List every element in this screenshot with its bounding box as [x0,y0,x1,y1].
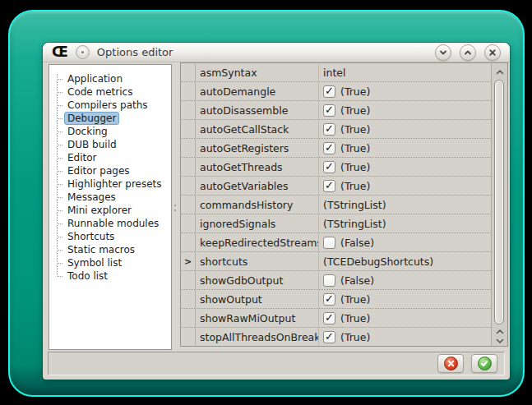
property-name: autoGetRegisters [196,139,319,157]
sidebar-item-label: Symbol list [64,256,125,269]
check-icon: ✓ [325,331,334,342]
sidebar-item-editor-pages[interactable]: Editor pages [49,164,171,177]
property-value[interactable]: ✓ (True) [319,177,491,195]
property-name: showRawMiOutput [196,309,319,327]
property-row-showOutput[interactable]: showOutput ✓ (True) [181,290,491,309]
checkbox[interactable] [323,274,335,287]
minimize-button[interactable] [435,44,451,61]
property-value[interactable]: ✓ (True) [319,82,491,100]
property-value[interactable]: ✓ (True) [319,120,491,138]
app-logo-icon: Œ [52,45,68,59]
property-row-showGdbOutput[interactable]: showGdbOutput (False) [181,271,491,290]
row-selection-marker [181,177,196,195]
property-name: autoDisassemble [196,101,319,119]
property-value-text: (True) [340,180,370,192]
property-row-showRawMiOutput[interactable]: showRawMiOutput ✓ (True) [181,309,491,328]
checkbox[interactable]: ✓ [323,180,335,192]
checkbox[interactable]: ✓ [323,85,335,98]
property-rows: asmSyntax intel autoDemangle ✓ (True) au… [181,63,491,346]
row-selection-marker [181,63,196,81]
checkbox[interactable] [323,237,335,249]
vertical-scrollbar[interactable] [491,63,507,346]
property-grid: asmSyntax intel autoDemangle ✓ (True) au… [180,62,508,347]
property-row-autoDemangle[interactable]: autoDemangle ✓ (True) [181,82,491,101]
sidebar-item-editor[interactable]: Editor [49,151,171,164]
property-row-stopAllThreadsOnBreak[interactable]: stopAllThreadsOnBreak ✓ (True) [181,328,491,346]
property-row-autoGetRegisters[interactable]: autoGetRegisters ✓ (True) [181,139,491,158]
sidebar-item-symbol-list[interactable]: Symbol list [49,256,171,269]
scroll-up-button[interactable] [492,66,507,76]
sidebar-item-application[interactable]: Application [49,72,171,85]
sidebar-item-code-metrics[interactable]: Code metrics [49,85,171,99]
property-row-commandsHistory[interactable]: commandsHistory (TStringList) [181,196,491,214]
checkbox[interactable]: ✓ [323,331,335,343]
property-value[interactable]: (TStringList) [319,214,491,232]
maximize-button[interactable] [460,44,476,61]
property-row-ignoredSignals[interactable]: ignoredSignals (TStringList) [181,214,491,233]
property-value-text: (True) [340,104,370,117]
sidebar-item-label: DUB build [64,138,120,151]
sidebar-item-label: Editor [64,151,100,164]
property-row-autoGetThreads[interactable]: autoGetThreads ✓ (True) [181,158,491,177]
sidebar-item-highlighter-presets[interactable]: Highlighter presets [49,177,171,191]
property-row-keepRedirectedStreams[interactable]: keepRedirectedStreams (False) [181,233,491,252]
property-row-autoGetCallStack[interactable]: autoGetCallStack ✓ (True) [181,120,491,139]
property-value[interactable]: intel [319,63,491,81]
checkbox[interactable]: ✓ [323,142,335,154]
sidebar-item-label: Mini explorer [64,204,135,217]
property-row-asmSyntax[interactable]: asmSyntax intel [181,63,491,82]
property-value[interactable]: ✓ (True) [319,328,491,346]
property-value[interactable]: (TCEDebugShortcuts) [319,252,491,270]
sidebar-splitter[interactable] [173,199,178,217]
close-button[interactable] [484,44,501,61]
sidebar-item-label: Static macros [64,243,138,256]
property-value[interactable]: (TStringList) [319,196,491,214]
checkbox[interactable]: ✓ [323,104,335,117]
sidebar-item-docking[interactable]: Docking [49,125,171,138]
property-value[interactable]: ✓ (True) [319,290,491,308]
property-value-text: intel [323,67,345,79]
sidebar-item-debugger[interactable]: Debugger [49,112,171,125]
property-value[interactable]: ✓ (True) [319,158,491,176]
property-value-text: (True) [340,85,370,98]
row-selection-marker [181,158,196,176]
property-value[interactable]: ✓ (True) [319,139,491,157]
chevron-up-icon [464,48,472,57]
cancel-button[interactable] [437,354,464,373]
property-value[interactable]: ✓ (True) [319,101,491,119]
accept-button[interactable] [471,354,497,373]
property-value[interactable]: (False) [319,233,491,251]
sidebar-item-mini-explorer[interactable]: Mini explorer [49,204,171,217]
property-row-autoDisassemble[interactable]: autoDisassemble ✓ (True) [181,101,491,120]
checkbox[interactable]: ✓ [323,293,335,306]
titlebar[interactable]: Œ Options editor [43,43,510,62]
sidebar-item-compilers-paths[interactable]: Compilers paths [49,99,171,112]
row-selection-marker [181,101,196,119]
property-name: shortcuts [196,252,319,270]
checkbox[interactable]: ✓ [323,161,335,173]
sidebar-item-todo-list[interactable]: Todo list [49,269,171,283]
property-value-text: (True) [340,331,370,343]
property-row-autoGetVariables[interactable]: autoGetVariables ✓ (True) [181,177,491,196]
sidebar-item-label: Todo list [64,269,111,283]
sidebar-item-label: Runnable modules [64,217,162,230]
property-value-text: (False) [340,274,374,287]
sidebar-item-runnable-modules[interactable]: Runnable modules [49,217,171,230]
sidebar-item-label: Docking [64,125,111,138]
window-menu-button[interactable] [76,45,90,59]
sidebar-item-dub-build[interactable]: DUB build [49,138,171,151]
property-value-text: (False) [340,237,374,249]
checkbox[interactable]: ✓ [323,312,335,324]
sidebar-item-messages[interactable]: Messages [49,191,171,204]
property-value[interactable]: ✓ (True) [319,309,491,327]
check-icon: ✓ [325,123,334,134]
checkbox[interactable]: ✓ [323,123,335,136]
sidebar-item-static-macros[interactable]: Static macros [49,243,171,256]
property-row-shortcuts[interactable]: > shortcuts (TCEDebugShortcuts) [181,252,491,271]
scroll-down-button[interactable] [492,334,507,344]
scrollbar-thumb[interactable] [494,80,504,324]
sidebar-item-shortcuts[interactable]: Shortcuts [49,230,171,243]
property-value[interactable]: (False) [319,271,491,289]
close-icon [488,48,497,57]
row-selection-marker [181,328,196,346]
